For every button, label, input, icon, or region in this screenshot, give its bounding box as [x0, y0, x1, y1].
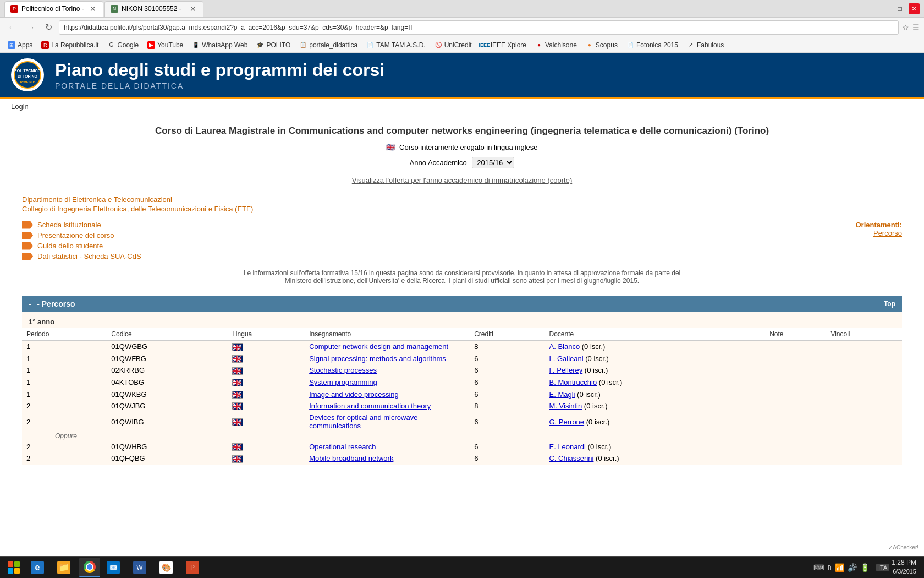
- docente-link[interactable]: C. Chiasserini: [549, 454, 594, 462]
- login-link[interactable]: Login: [11, 102, 29, 111]
- iscr-count: (0 iscr.): [585, 366, 608, 374]
- cell-crediti: 6: [470, 440, 544, 452]
- link-dati[interactable]: Dati statistici - Scheda SUA-CdS: [22, 252, 902, 260]
- course-link[interactable]: Information and communication theory: [309, 402, 431, 410]
- bookmark-fabulous[interactable]: ↗ Fabulous: [684, 40, 727, 50]
- cell-codice: 01QWFBG: [107, 353, 228, 365]
- win-logo-yellow: [14, 568, 20, 574]
- cell-periodo: 1: [22, 364, 107, 377]
- cell-vincoli: [826, 412, 902, 432]
- address-bar[interactable]: [59, 20, 899, 35]
- taskbar-chrome[interactable]: [79, 558, 100, 577]
- link-guida[interactable]: Guida dello studente: [22, 242, 902, 250]
- minimize-button[interactable]: ─: [880, 3, 891, 14]
- ieee-icon: IEEE: [481, 41, 488, 49]
- bookmark-youtube[interactable]: ▶ YouTube: [144, 40, 186, 50]
- tab-close-nikon[interactable]: ✕: [189, 4, 197, 13]
- bookmark-scopus-label: Scopus: [596, 41, 618, 49]
- course-link[interactable]: Mobile broadband network: [309, 454, 393, 462]
- docente-link[interactable]: E. Leonardi: [549, 443, 586, 451]
- cell-lingua: [228, 412, 305, 432]
- bookmark-polito[interactable]: 🎓 POLITO: [253, 40, 294, 50]
- network-icon[interactable]: 📶: [835, 563, 844, 572]
- minus-icon[interactable]: -: [29, 299, 31, 308]
- docente-link[interactable]: A. Bianco: [549, 342, 580, 351]
- settings-icon[interactable]: ☰: [912, 23, 920, 32]
- bookmark-fotonica[interactable]: 📄 Fotonica 2015: [623, 40, 681, 50]
- docente-link[interactable]: B. Montrucchio: [549, 378, 597, 386]
- bookmark-ieee[interactable]: IEEE IEEE Xplore: [477, 40, 530, 50]
- course-link[interactable]: Image and video processing: [309, 390, 399, 399]
- course-link[interactable]: Computer network design and management: [309, 342, 448, 351]
- bluetooth-icon[interactable]: ₿: [828, 563, 832, 572]
- maximize-button[interactable]: □: [894, 3, 905, 14]
- ie-icon: e: [31, 561, 44, 574]
- visualizza-link[interactable]: Visualizza l'offerta per l'anno accademi…: [352, 176, 572, 184]
- speaker-icon[interactable]: 🔊: [848, 563, 857, 572]
- taskbar-ie[interactable]: e: [26, 558, 51, 577]
- taskbar-paint[interactable]: 🎨: [155, 558, 179, 577]
- tab-close-polito[interactable]: ✕: [89, 4, 97, 13]
- th-note: Note: [765, 328, 826, 341]
- docente-link[interactable]: F. Pellerey: [549, 366, 583, 374]
- bookmark-portale-label: portale_didattica: [309, 41, 358, 49]
- keyboard-icon[interactable]: ⌨: [813, 563, 824, 572]
- bookmark-valchisone[interactable]: ● Valchisone: [532, 40, 580, 50]
- docente-link[interactable]: M. Visintin: [549, 402, 582, 410]
- bookmark-apps[interactable]: ⊞ Apps: [4, 40, 36, 50]
- forward-button[interactable]: →: [23, 21, 38, 34]
- cell-insegnamento: Signal processing: methods and algorithm…: [305, 353, 470, 365]
- link-presentazione[interactable]: Presentazione del corso: [22, 231, 902, 239]
- uk-flag-icon: [232, 443, 243, 451]
- cell-docente: C. Chiasserini (0 iscr.): [545, 452, 766, 465]
- chrome-icon: [84, 561, 96, 573]
- anno-select[interactable]: 2015/16 2014/15: [472, 157, 514, 168]
- dept2-link[interactable]: Collegio di Ingegneria Elettronica, dell…: [22, 205, 902, 213]
- docente-link[interactable]: E. Magli: [549, 390, 575, 399]
- uk-flag-icon: [232, 343, 243, 351]
- tab-label-polito: Politecnico di Torino -: [21, 5, 84, 13]
- bookmark-google[interactable]: G Google: [104, 40, 142, 50]
- course-link[interactable]: System programming: [309, 378, 377, 386]
- achecker-badge: ✓AChecker!: [888, 544, 919, 550]
- language-indicator[interactable]: ITA: [876, 564, 889, 571]
- bookmark-repubblica[interactable]: R La Repubblica.it: [38, 40, 102, 50]
- bookmark-fotonica-label: Fotonica 2015: [636, 41, 678, 49]
- anno-label: Anno Accademico: [410, 159, 467, 167]
- course-link[interactable]: Stochastic processes: [309, 366, 377, 374]
- tray-time: 1:28 PM: [892, 558, 916, 568]
- cell-crediti: 6: [470, 388, 544, 400]
- taskbar-folder[interactable]: 📁: [53, 558, 77, 577]
- uk-flag-icon: [232, 391, 243, 399]
- bookmark-unicredit[interactable]: 🚫 UniCredit: [431, 40, 475, 50]
- bookmark-tam[interactable]: 📄 TAM TAM A.S.D.: [363, 40, 428, 50]
- battery-icon[interactable]: 🔋: [860, 563, 870, 572]
- docente-link[interactable]: G. Perrone: [549, 418, 585, 426]
- cell-insegnamento: System programming: [305, 377, 470, 389]
- cell-vincoli: [826, 364, 902, 377]
- docente-link[interactable]: L. Galleani: [549, 355, 584, 363]
- bookmark-scopus[interactable]: ● Scopus: [582, 40, 621, 50]
- tab-nikon[interactable]: N NIKON 301005552 - ✕: [105, 1, 204, 17]
- taskbar-outlook[interactable]: 📧: [102, 558, 127, 577]
- bookmark-star-icon[interactable]: ☆: [902, 23, 909, 32]
- back-button[interactable]: ←: [4, 21, 20, 34]
- dept1-link[interactable]: Dipartimento di Elettronica e Telecomuni…: [22, 195, 902, 204]
- iscr-count: (0 iscr.): [577, 390, 601, 399]
- cell-lingua: [228, 341, 305, 353]
- link-scheda[interactable]: Scheda istituzionale: [22, 221, 902, 229]
- percorso-link[interactable]: Percorso: [855, 229, 902, 237]
- start-button[interactable]: [3, 559, 24, 576]
- cell-docente: F. Pellerey (0 iscr.): [545, 364, 766, 377]
- course-link[interactable]: Operational research: [309, 443, 376, 451]
- close-button[interactable]: ✕: [909, 3, 920, 14]
- taskbar-word[interactable]: W: [129, 558, 153, 577]
- taskbar-powerpoint[interactable]: P: [182, 558, 206, 577]
- reload-button[interactable]: ↻: [42, 21, 56, 34]
- bookmark-portale[interactable]: 📋 portale_didattica: [296, 40, 361, 50]
- bookmark-whatsapp[interactable]: 📱 WhatsApp Web: [189, 40, 251, 50]
- tab-politecnico[interactable]: P Politecnico di Torino - ✕: [4, 1, 103, 17]
- course-link[interactable]: Devices for optical and microwave commun…: [309, 413, 417, 430]
- top-link[interactable]: Top: [884, 300, 895, 308]
- course-link[interactable]: Signal processing: methods and algorithm…: [309, 355, 446, 363]
